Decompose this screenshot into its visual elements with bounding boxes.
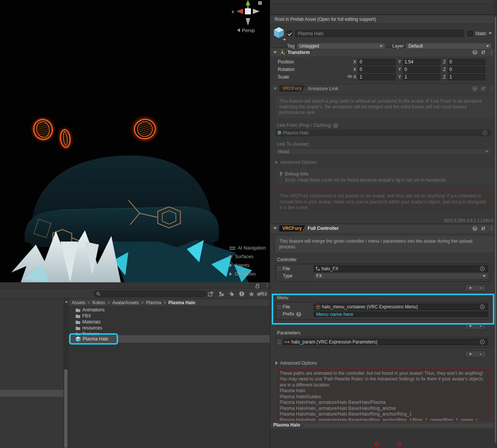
armature-advanced-options-foldout[interactable]: Advanced Options — [275, 160, 494, 165]
help-icon[interactable]: ? — [472, 86, 477, 91]
perspective-toggle[interactable]: Persp — [237, 28, 255, 33]
nav-surfaces-foldout[interactable]: Surfaces — [229, 254, 270, 259]
nav-agents-foldout[interactable]: Agents — [229, 263, 270, 268]
asset-preview-area[interactable] — [270, 429, 497, 448]
rotation-z-field[interactable] — [448, 66, 485, 73]
scene-view[interactable]: x Persp AI Navigation Surfaces Agents Ob… — [0, 0, 270, 282]
position-x-field[interactable] — [358, 59, 395, 65]
add-menu-button[interactable]: + — [465, 323, 475, 329]
rotation-y-field[interactable] — [403, 66, 440, 73]
missing-path: Plasma Halo/Guides — [280, 394, 487, 400]
menu-file-field[interactable]: halo_menu_container (VRC Expressions Men… — [314, 303, 488, 310]
link-from-object-field[interactable]: Plasma Halo — [275, 129, 491, 136]
preview-drag-handle[interactable] — [304, 424, 494, 426]
controller-type-dropdown[interactable]: FX — [314, 273, 488, 279]
help-icon[interactable]: ? — [472, 50, 477, 55]
presets-icon[interactable] — [481, 50, 486, 55]
asset-preview-bar[interactable]: Plasma Halo — [270, 421, 497, 429]
tag-dropdown[interactable]: Untagged — [297, 43, 385, 49]
link-to-dropdown[interactable]: Head — [275, 148, 491, 155]
project-folder-tree[interactable] — [0, 299, 63, 448]
search-field[interactable] — [94, 291, 207, 297]
foldout-open-icon[interactable] — [273, 51, 277, 54]
help-icon[interactable]: ? — [296, 312, 301, 317]
full-controller-header[interactable]: VRCFury Full Controller ? ⋮ — [270, 224, 497, 233]
rotation-x-field[interactable] — [358, 66, 395, 73]
position-z-field[interactable] — [448, 59, 485, 65]
presets-icon[interactable] — [481, 86, 486, 91]
warning-filter-icon[interactable] — [238, 290, 245, 297]
scale-x-field[interactable] — [358, 74, 395, 80]
dropdown-caret — [483, 275, 486, 277]
scale-y-field[interactable] — [403, 74, 440, 80]
prefab-notice-bar[interactable]: Root in Prefab Asset (Open for full edit… — [270, 15, 497, 24]
tree-selected-row[interactable] — [0, 390, 63, 397]
drag-handle-icon[interactable] — [277, 341, 283, 343]
active-checkbox[interactable] — [287, 31, 292, 36]
remove-menu-button[interactable]: - — [475, 323, 486, 329]
controller-file-field[interactable]: halo_FX — [314, 265, 488, 272]
constrain-proportions-link-icon[interactable] — [347, 74, 352, 79]
component-menu-kebab-icon[interactable]: ⋮ — [489, 226, 494, 231]
foldout-open-icon[interactable] — [273, 227, 277, 229]
static-checkbox[interactable] — [468, 31, 473, 36]
armature-link-header[interactable]: VRCFury Armature Link ? ⋮ — [270, 84, 497, 93]
controller-advanced-options-foldout[interactable]: Advanced Options — [275, 360, 494, 366]
nav-obstacles-foldout[interactable]: Obstacles — [229, 271, 270, 277]
remove-parameters-button[interactable]: - — [475, 351, 486, 357]
folder-item-animations[interactable]: Animations — [69, 307, 270, 313]
add-controller-button[interactable]: + — [465, 285, 475, 291]
foldout-closed-icon — [275, 160, 278, 164]
folder-item-resources[interactable]: resources — [69, 325, 270, 331]
drag-handle-icon[interactable] — [277, 306, 283, 308]
gameobject-name-field[interactable] — [295, 30, 464, 37]
object-picker-icon[interactable] — [480, 339, 485, 345]
remove-controller-button[interactable]: - — [475, 285, 486, 291]
breadcrumb-item[interactable]: Kokos — [92, 300, 105, 305]
favorites-star-icon[interactable] — [248, 290, 255, 297]
object-picker-icon[interactable] — [480, 304, 485, 309]
breadcrumb: Assets > Kokos > AvatarAssets > Plasma >… — [69, 299, 270, 306]
inspector-scrollbar-thumb[interactable] — [495, 17, 496, 443]
component-menu-kebab-icon[interactable]: ⋮ — [489, 86, 494, 91]
open-in-window-icon[interactable] — [207, 290, 214, 297]
foldout-open-icon[interactable] — [273, 88, 277, 90]
inspector-scrollbar[interactable] — [494, 0, 497, 448]
search-input[interactable] — [102, 292, 200, 296]
object-picker-icon[interactable] — [480, 266, 485, 271]
layer-dropdown[interactable]: Default — [406, 43, 492, 49]
scale-z-field[interactable] — [448, 74, 485, 80]
breadcrumb-item[interactable]: Assets — [72, 300, 85, 305]
presets-icon[interactable] — [481, 226, 486, 231]
position-y-field[interactable] — [403, 59, 440, 65]
gizmo-x-label: x — [232, 9, 234, 14]
search-icon — [96, 292, 100, 296]
search-by-type-icon[interactable] — [217, 290, 225, 297]
menu-prefix-input[interactable] — [314, 311, 488, 317]
static-dropdown-caret[interactable] — [489, 32, 492, 34]
selected-asset-plasma-halo[interactable]: Plasma Halo — [69, 335, 270, 343]
ai-navigation-header[interactable]: AI Navigation — [229, 245, 270, 251]
drag-handle-icon[interactable] — [277, 268, 283, 270]
add-parameters-button[interactable]: + — [465, 351, 475, 357]
icon-picker-caret — [283, 39, 286, 41]
help-icon[interactable]: ? — [333, 123, 338, 128]
object-picker-icon[interactable] — [482, 130, 488, 135]
lock-open-icon[interactable] — [255, 283, 260, 288]
hidden-items-count: 53 — [262, 291, 267, 297]
panel-menu-kebab-icon[interactable]: ⋮ — [265, 283, 269, 287]
gameobject-cube-icon[interactable] — [273, 27, 285, 40]
orientation-gizmo[interactable]: x — [231, 0, 269, 26]
tree-scrollbar-thumb[interactable] — [64, 369, 68, 448]
component-menu-kebab-icon[interactable]: ⋮ — [489, 50, 494, 55]
help-icon[interactable]: ? — [472, 226, 477, 231]
breadcrumb-item-current[interactable]: Plasma Halo — [168, 300, 195, 305]
tree-scrollbar[interactable] — [63, 299, 69, 448]
breadcrumb-item[interactable]: Plasma — [146, 300, 161, 305]
folder-item-fbx[interactable]: FBX — [69, 313, 270, 319]
scroll-up-arrow-icon[interactable] — [65, 300, 68, 303]
breadcrumb-item[interactable]: AvatarAssets — [112, 300, 138, 305]
folder-item-materials[interactable]: Materials — [69, 319, 270, 325]
label-tag-icon[interactable] — [228, 290, 235, 297]
parameters-file-field[interactable]: halo_param (VRC Expression Parameters) — [283, 339, 488, 345]
